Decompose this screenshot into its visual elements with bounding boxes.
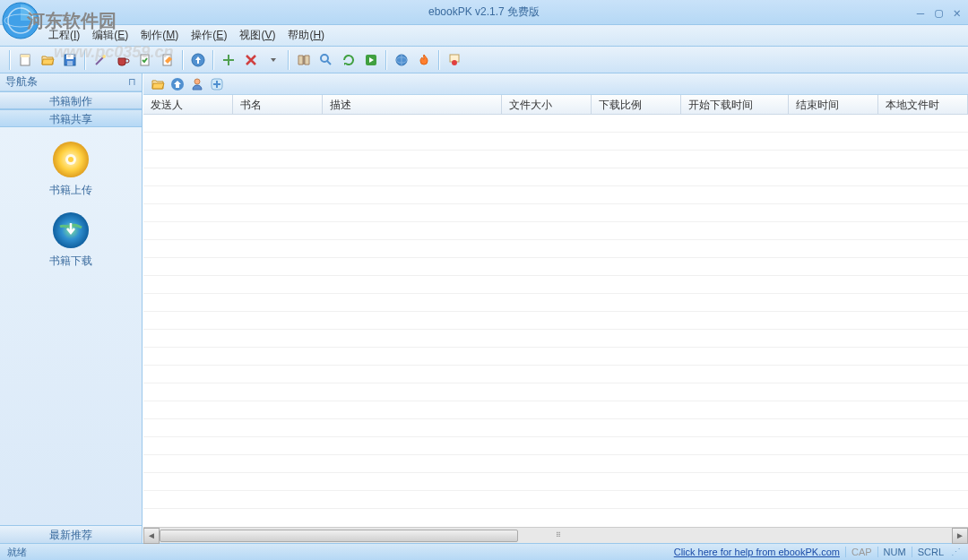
globe-down-icon [51, 211, 91, 250]
table-row [143, 222, 968, 240]
coffee-button[interactable] [113, 50, 133, 70]
sidebar-tab-create[interactable]: 书籍制作 [0, 91, 142, 109]
menu-工程[interactable]: 工程(I) [43, 26, 85, 45]
column-header[interactable]: 结束时间 [789, 95, 878, 114]
open-button[interactable] [38, 50, 57, 70]
column-header[interactable]: 下载比例 [592, 95, 681, 114]
resize-grip-icon: ⋰ [951, 547, 961, 558]
horizontal-scrollbar[interactable]: ◄ ⠿ ► [143, 527, 968, 543]
table-row [143, 115, 968, 133]
svg-rect-7 [67, 61, 73, 65]
disc-gold-icon [51, 140, 91, 179]
svg-point-9 [102, 55, 106, 58]
add-button[interactable] [219, 50, 238, 70]
table-row [143, 491, 968, 509]
pin-icon[interactable]: ⊓ [128, 76, 136, 88]
sidebar-tab-share[interactable]: 书籍共享 [0, 109, 142, 127]
column-header[interactable]: 开始下载时间 [681, 95, 789, 114]
svg-point-26 [68, 157, 73, 162]
scroll-left-button[interactable]: ◄ [143, 528, 160, 544]
table-row [143, 133, 968, 151]
sidebar-tab-recommend[interactable]: 最新推荐 [0, 525, 142, 543]
cap-indicator: CAP [845, 547, 872, 557]
scroll-right-button[interactable]: ► [952, 528, 968, 544]
column-header[interactable]: 文件大小 [502, 95, 592, 114]
sidebar-item-upload[interactable]: 书籍上传 [46, 136, 96, 202]
svg-point-23 [452, 60, 457, 65]
svg-rect-6 [66, 55, 73, 59]
person-button[interactable] [188, 75, 206, 93]
globe-button[interactable] [392, 50, 411, 70]
menu-制作[interactable]: 制作(M) [135, 26, 184, 45]
menu-操作[interactable]: 操作(E) [186, 26, 232, 45]
close-button[interactable]: ✕ [954, 5, 961, 20]
table-body [143, 115, 968, 527]
table-row [143, 330, 968, 348]
maximize-button[interactable]: ▢ [935, 5, 942, 20]
svg-rect-14 [223, 59, 234, 61]
wand-button[interactable] [91, 50, 110, 70]
up-button[interactable] [188, 50, 208, 70]
column-header[interactable]: 本地文件时 [878, 95, 968, 114]
table-row [143, 401, 968, 419]
sidebar-item-download[interactable]: 书籍下载 [46, 207, 96, 272]
delete-button[interactable] [241, 50, 261, 70]
table-row [143, 473, 968, 491]
watermark-logo [2, 2, 39, 39]
column-header[interactable]: 描述 [323, 95, 502, 114]
table-row [143, 312, 968, 330]
minimize-button[interactable]: — [917, 5, 924, 20]
new-button[interactable] [15, 50, 35, 70]
dropdown-arrow[interactable] [264, 50, 283, 70]
menu-编辑[interactable]: 编辑(E) [87, 26, 134, 45]
table-row [143, 168, 968, 186]
home-button[interactable] [169, 75, 186, 93]
scroll-thumb[interactable] [160, 530, 518, 542]
search-button[interactable] [316, 50, 336, 70]
svg-rect-4 [21, 55, 30, 57]
doc-edit-button[interactable] [158, 50, 177, 70]
table-row [143, 258, 968, 276]
sidebar-item-label: 书籍上传 [49, 183, 92, 198]
doc-check-button[interactable] [135, 50, 155, 70]
column-header[interactable]: 书名 [233, 95, 323, 114]
titlebar: ebookPK v2.1.7 免费版 — ▢ ✕ [0, 0, 968, 25]
table-row [143, 348, 968, 366]
content-area: 发送人书名描述文件大小下载比例开始下载时间结束时间本地文件时 ◄ ⠿ ► [143, 73, 968, 543]
table-row [143, 204, 968, 222]
book-button[interactable] [294, 50, 314, 70]
svg-rect-32 [213, 83, 220, 85]
column-header[interactable]: 发送人 [143, 95, 233, 114]
table-row [143, 186, 968, 204]
table-row [143, 455, 968, 473]
table-row [143, 276, 968, 294]
folder-open-button[interactable] [149, 75, 167, 93]
scroll-grip-icon: ⠿ [556, 531, 574, 540]
table-row [143, 419, 968, 437]
table-row [143, 294, 968, 312]
play-button[interactable] [361, 50, 381, 70]
save-button[interactable] [60, 50, 80, 70]
num-indicator: NUM [877, 547, 906, 557]
menubar: 工程(I)编辑(E)制作(M)操作(E)视图(V)帮助(H) [0, 25, 968, 47]
refresh-button[interactable] [339, 50, 359, 70]
table-row [143, 240, 968, 258]
table-row [143, 437, 968, 455]
sidebar-header: 导航条 ⊓ [0, 73, 142, 91]
menu-帮助[interactable]: 帮助(H) [282, 26, 330, 45]
help-link[interactable]: Click here for help from ebookPK.com [674, 547, 840, 557]
scrl-indicator: SCRL [912, 547, 944, 557]
toolbar [0, 47, 968, 73]
fire-button[interactable] [414, 50, 434, 70]
sidebar: 导航条 ⊓ 书籍制作 书籍共享 书籍上传 书籍下载 最新推荐 [0, 73, 143, 543]
menu-视图[interactable]: 视图(V) [234, 26, 281, 45]
table-row [143, 151, 968, 168]
statusbar: 就绪 Click here for help from ebookPK.com … [0, 543, 968, 560]
table-row [143, 366, 968, 383]
sidebar-item-label: 书籍下载 [49, 254, 92, 269]
content-toolbar [143, 73, 968, 95]
add-small-button[interactable] [208, 75, 226, 93]
status-text: 就绪 [7, 546, 27, 559]
certificate-button[interactable] [445, 50, 464, 70]
sidebar-title: 导航条 [5, 74, 38, 90]
